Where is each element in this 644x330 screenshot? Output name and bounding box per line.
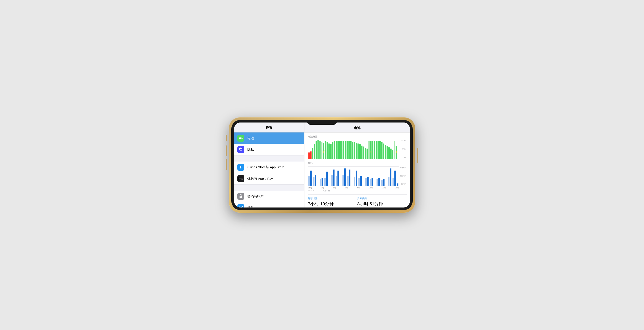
itunes-label: iTunes Store与 App Store — [247, 165, 284, 169]
settings-item-battery[interactable]: 电池 — [234, 132, 304, 144]
svg-rect-47 — [370, 141, 372, 159]
svg-rect-87 — [370, 179, 371, 186]
svg-rect-20 — [321, 142, 322, 159]
activity-svg-chart — [308, 166, 399, 186]
svg-rect-27 — [334, 141, 335, 159]
svg-rect-5 — [239, 178, 243, 178]
phone-screen: 设置 电池 — [231, 120, 413, 210]
svg-rect-89 — [376, 179, 378, 186]
svg-rect-39 — [356, 143, 357, 159]
svg-rect-26 — [332, 142, 333, 159]
svg-rect-23 — [326, 142, 328, 159]
mail-icon — [238, 204, 244, 208]
svg-rect-14 — [310, 151, 311, 159]
y-label-30min: 30分钟 — [399, 175, 406, 177]
svg-rect-95 — [392, 178, 394, 186]
grid-line-100 — [308, 140, 399, 140]
svg-rect-97 — [397, 183, 398, 186]
svg-rect-79 — [347, 176, 348, 186]
privacy-label: 隐私 — [247, 148, 254, 152]
svg-rect-15 — [312, 148, 313, 159]
svg-rect-83 — [358, 178, 360, 186]
svg-rect-93 — [388, 177, 390, 186]
main-content: 设置 电池 — [234, 122, 410, 208]
svg-rect-40 — [357, 144, 359, 159]
svg-rect-88 — [372, 178, 373, 186]
svg-rect-45 — [366, 149, 368, 159]
date-label-sept21: 9月21日 — [308, 190, 314, 192]
svg-rect-18 — [318, 140, 319, 159]
password-label: 密码与帐户 — [247, 194, 264, 198]
settings-item-wallet[interactable]: 钱包与 Apple Pay — [234, 173, 304, 185]
settings-item-itunes[interactable]: iTunes Store与 App Store — [234, 162, 304, 173]
y-label-60min: 60分钟 — [399, 166, 406, 169]
svg-rect-56 — [386, 146, 388, 159]
svg-rect-35 — [348, 141, 350, 159]
svg-rect-48 — [372, 141, 373, 159]
battery-svg-chart: ⚡ ⚡ ⚡ — [308, 140, 399, 159]
x-label-15: 15时 — [382, 186, 386, 189]
svg-rect-28 — [336, 141, 337, 159]
svg-rect-92 — [383, 179, 384, 186]
battery-y-axis: 100% 50% 0% — [399, 140, 406, 159]
svg-rect-19 — [319, 141, 320, 159]
svg-rect-6 — [242, 179, 242, 180]
svg-text:⚡: ⚡ — [369, 150, 373, 154]
activity-grid-100 — [308, 166, 399, 167]
svg-rect-31 — [341, 141, 342, 159]
svg-rect-50 — [376, 141, 377, 159]
screen-on-value: 7小时 19分钟 — [308, 201, 357, 207]
settings-item-password[interactable]: 密码与帐户 — [234, 191, 304, 202]
svg-rect-9 — [241, 197, 241, 198]
svg-rect-80 — [349, 170, 350, 186]
svg-rect-52 — [379, 141, 380, 159]
svg-rect-73 — [331, 175, 333, 186]
svg-rect-77 — [342, 175, 344, 186]
grid-line-50 — [308, 149, 399, 149]
svg-rect-91 — [381, 180, 382, 186]
x-label-12: 12时 — [369, 186, 373, 189]
mail-label: 邮件 — [247, 206, 254, 208]
settings-item-mail[interactable]: 邮件 — [234, 202, 304, 208]
volume-down-button — [226, 159, 227, 170]
screen-on-label: 屏幕打开 — [308, 197, 357, 200]
svg-rect-58 — [390, 149, 392, 159]
activity-chart-label: 活动 — [308, 162, 406, 165]
notch — [307, 120, 337, 125]
screen-time-section: 屏幕打开 7小时 19分钟 屏幕关闭 8小时 51分钟 — [308, 195, 406, 208]
svg-text:⚡: ⚡ — [395, 150, 398, 154]
svg-rect-32 — [343, 141, 344, 159]
svg-rect-25 — [330, 144, 332, 159]
volume-up-button — [226, 145, 227, 156]
battery-chart-section: 电池电量 — [308, 135, 406, 159]
y-label-100: 100% — [399, 140, 406, 142]
svg-rect-84 — [360, 176, 362, 186]
settings-item-privacy[interactable]: 隐私 — [234, 144, 304, 155]
svg-rect-78 — [344, 168, 346, 186]
svg-rect-29 — [338, 141, 339, 159]
svg-rect-24 — [328, 144, 330, 159]
svg-rect-43 — [363, 147, 364, 159]
y-label-0min: 0分钟 — [399, 183, 406, 185]
x-label-3: 3时 — [333, 186, 336, 189]
svg-rect-2 — [242, 138, 243, 139]
svg-rect-66 — [310, 171, 312, 186]
battery-content: 电池电量 — [304, 132, 410, 208]
privacy-icon — [238, 146, 244, 153]
wallet-label: 钱包与 Apple Pay — [247, 177, 273, 181]
svg-rect-72 — [326, 172, 328, 186]
svg-rect-22 — [324, 141, 326, 159]
svg-text:⚡: ⚡ — [322, 150, 326, 154]
svg-rect-36 — [350, 141, 352, 159]
svg-rect-90 — [378, 178, 380, 186]
svg-rect-76 — [338, 171, 339, 186]
x-label-0: 0时 — [321, 186, 324, 189]
password-icon — [238, 193, 244, 200]
settings-list: 电池 隐私 — [234, 132, 304, 208]
svg-rect-54 — [383, 144, 384, 159]
svg-rect-13 — [308, 152, 310, 159]
svg-rect-60 — [394, 141, 395, 159]
svg-rect-81 — [354, 177, 355, 186]
settings-panel: 设置 电池 — [234, 122, 304, 208]
svg-rect-44 — [365, 148, 366, 159]
